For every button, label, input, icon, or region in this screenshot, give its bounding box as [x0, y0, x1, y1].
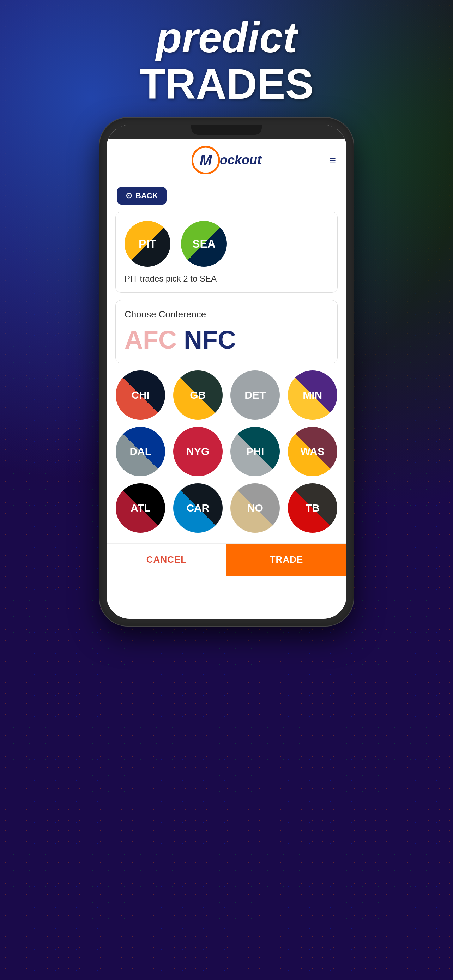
team-nyg-button[interactable]: NYG	[173, 427, 223, 476]
team-sea-abbr: SEA	[192, 237, 216, 250]
back-label: BACK	[135, 191, 158, 200]
menu-icon[interactable]: ≡	[329, 154, 336, 166]
team-was-button[interactable]: WAS	[288, 427, 337, 476]
team-gb-button[interactable]: GB	[173, 371, 223, 420]
cancel-button[interactable]: CANCEL	[106, 544, 227, 576]
teams-grid-row3: ATL CAR NO TB	[115, 483, 338, 540]
hero-line2: TRADES	[0, 60, 453, 107]
logo-icon: M	[192, 146, 220, 174]
conference-options: AFC NFC	[124, 325, 329, 354]
logo-text: ockout	[220, 153, 261, 167]
app-header: M ockout ≡	[106, 139, 347, 180]
back-icon: ⊙	[126, 191, 132, 200]
team-pit-abbr: PIT	[139, 237, 156, 250]
team-min-button[interactable]: MIN	[288, 371, 337, 420]
bottom-bar: CANCEL TRADE	[106, 543, 347, 576]
logo: M ockout	[192, 146, 261, 174]
phone-border: M ockout ≡ ⊙ BACK PIT SEA	[100, 118, 353, 626]
phone-frame: M ockout ≡ ⊙ BACK PIT SEA	[100, 118, 353, 626]
team-phi-button[interactable]: PHI	[230, 427, 280, 476]
team-chi-button[interactable]: CHI	[116, 371, 165, 420]
phone-screen: M ockout ≡ ⊙ BACK PIT SEA	[106, 125, 347, 619]
trade-logos: PIT SEA	[124, 221, 329, 267]
team-tb-button[interactable]: TB	[288, 483, 337, 533]
team-car-button[interactable]: CAR	[173, 483, 223, 533]
afc-button[interactable]: AFC	[124, 325, 177, 354]
trade-button[interactable]: TRADE	[227, 544, 347, 576]
trade-description: PIT trades pick 2 to SEA	[124, 274, 329, 284]
phone-notch	[191, 125, 262, 135]
team-det-button[interactable]: DET	[230, 371, 280, 420]
team-atl-button[interactable]: ATL	[116, 483, 165, 533]
team-dal-button[interactable]: DAL	[116, 427, 165, 476]
svg-text:M: M	[199, 152, 212, 169]
conference-label: Choose Conference	[124, 309, 329, 320]
teams-grid-row2: DAL NYG PHI WAS	[115, 427, 338, 483]
team-pit-logo: PIT	[124, 221, 170, 267]
team-no-button[interactable]: NO	[230, 483, 280, 533]
teams-grid-row1: CHI GB DET MIN	[115, 371, 338, 427]
team-sea-logo: SEA	[181, 221, 227, 267]
hero-line1: predict	[0, 14, 453, 60]
back-button[interactable]: ⊙ BACK	[117, 187, 167, 205]
phone-notch-area	[106, 125, 347, 139]
trade-card: PIT SEA PIT trades pick 2 to SEA	[115, 212, 338, 293]
hero-heading: predict TRADES	[0, 0, 453, 107]
nfc-button[interactable]: NFC	[184, 325, 236, 354]
conference-card: Choose Conference AFC NFC	[115, 300, 338, 363]
